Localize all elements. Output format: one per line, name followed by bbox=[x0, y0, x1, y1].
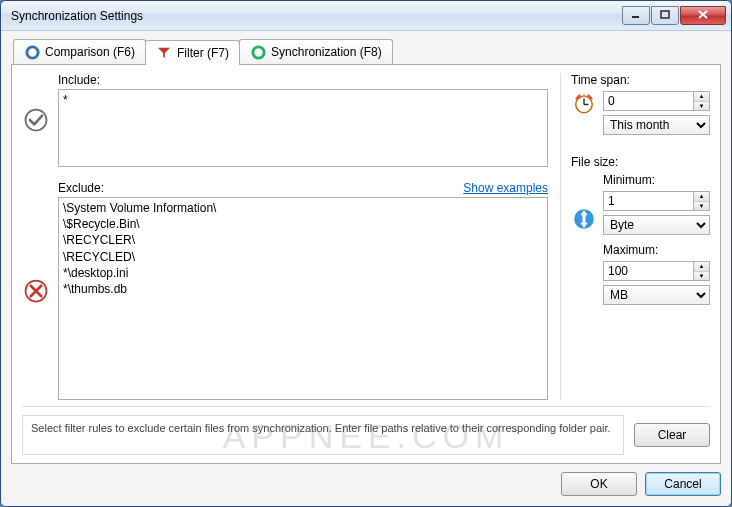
size-arrows-icon bbox=[571, 173, 597, 231]
exclude-section: Exclude: Show examples bbox=[22, 181, 548, 400]
dialog-buttons: OK Cancel bbox=[11, 464, 721, 496]
minimize-button[interactable] bbox=[622, 6, 650, 25]
exclude-label: Exclude: bbox=[58, 181, 104, 195]
tab-filter[interactable]: Filter (F7) bbox=[145, 40, 240, 65]
close-button[interactable] bbox=[680, 6, 726, 25]
tab-label: Comparison (F6) bbox=[45, 45, 135, 59]
spin-up[interactable]: ▲ bbox=[694, 192, 709, 202]
tab-comparison[interactable]: Comparison (F6) bbox=[13, 39, 146, 64]
max-unit-combo[interactable]: MB bbox=[603, 285, 710, 305]
max-value[interactable] bbox=[603, 261, 694, 281]
svg-rect-19 bbox=[583, 215, 586, 224]
max-label: Maximum: bbox=[603, 243, 710, 257]
client-area: Comparison (F6) Filter (F7) Synchronizat… bbox=[1, 31, 731, 506]
cancel-button[interactable]: Cancel bbox=[645, 472, 721, 496]
filesize-group: File size: Minimum: ▲▼ bbox=[571, 155, 710, 305]
gear-blue-icon bbox=[24, 44, 40, 60]
exclude-textarea[interactable] bbox=[58, 197, 548, 400]
clear-button[interactable]: Clear bbox=[634, 423, 710, 447]
max-spinner[interactable]: ▲▼ bbox=[603, 261, 710, 281]
min-spinner[interactable]: ▲▼ bbox=[603, 191, 710, 211]
spin-up[interactable]: ▲ bbox=[694, 92, 709, 102]
exclude-icon bbox=[22, 181, 50, 400]
maximize-button[interactable] bbox=[651, 6, 679, 25]
min-unit-combo[interactable]: Byte bbox=[603, 215, 710, 235]
spin-up[interactable]: ▲ bbox=[694, 262, 709, 272]
svg-point-17 bbox=[583, 94, 586, 97]
settings-window: Synchronization Settings Comparison (F6)… bbox=[0, 0, 732, 507]
include-label: Include: bbox=[58, 73, 100, 87]
hint-text: Select filter rules to exclude certain f… bbox=[22, 415, 624, 455]
filter-panel: Include: Exclude: Show examples bbox=[11, 64, 721, 464]
include-section: Include: bbox=[22, 73, 548, 167]
tab-synchronization[interactable]: Synchronization (F8) bbox=[239, 39, 393, 64]
timespan-value[interactable] bbox=[603, 91, 694, 111]
timespan-spinner[interactable]: ▲▼ bbox=[603, 91, 710, 111]
tab-label: Synchronization (F8) bbox=[271, 45, 382, 59]
window-controls bbox=[622, 7, 726, 25]
timespan-unit-combo[interactable]: This month bbox=[603, 115, 710, 135]
show-examples-link[interactable]: Show examples bbox=[463, 181, 548, 195]
min-label: Minimum: bbox=[603, 173, 710, 187]
funnel-icon bbox=[156, 45, 172, 61]
spin-down[interactable]: ▼ bbox=[694, 102, 709, 111]
gear-green-icon bbox=[250, 44, 266, 60]
spin-down[interactable]: ▼ bbox=[694, 202, 709, 211]
tab-label: Filter (F7) bbox=[177, 46, 229, 60]
timespan-label: Time span: bbox=[571, 73, 710, 87]
titlebar[interactable]: Synchronization Settings bbox=[1, 1, 731, 31]
ok-button[interactable]: OK bbox=[561, 472, 637, 496]
include-textarea[interactable] bbox=[58, 89, 548, 167]
tab-bar: Comparison (F6) Filter (F7) Synchronizat… bbox=[13, 39, 721, 64]
spin-down[interactable]: ▼ bbox=[694, 272, 709, 281]
filesize-label: File size: bbox=[571, 155, 710, 169]
min-value[interactable] bbox=[603, 191, 694, 211]
window-title: Synchronization Settings bbox=[11, 9, 622, 23]
include-icon bbox=[22, 73, 50, 167]
svg-rect-1 bbox=[661, 11, 669, 18]
svg-point-7 bbox=[256, 50, 260, 54]
svg-point-5 bbox=[30, 50, 34, 54]
clock-icon bbox=[571, 91, 597, 115]
hint-row: Select filter rules to exclude certain f… bbox=[22, 406, 710, 455]
timespan-group: Time span: ▲▼ This bbox=[571, 73, 710, 135]
